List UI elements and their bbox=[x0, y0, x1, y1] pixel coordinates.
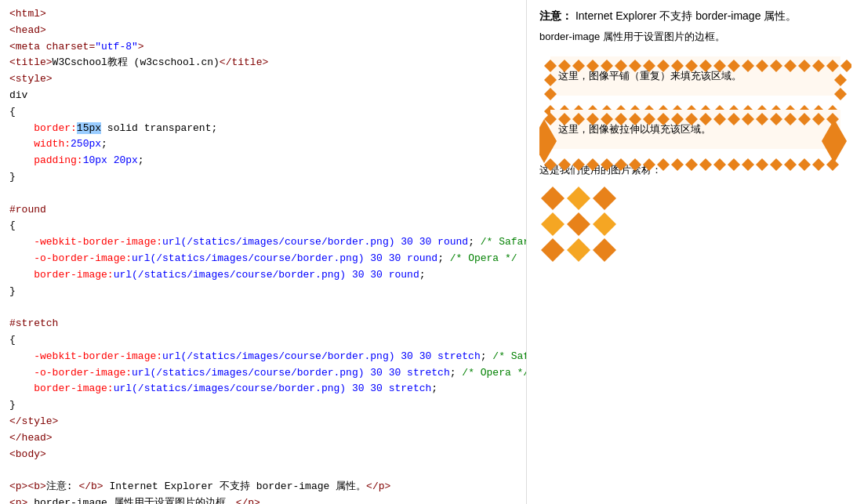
img-label: 这是我们使用的图片素材： bbox=[539, 163, 851, 177]
code-line: <p><b>注意: </b> Internet Explorer 不支持 bor… bbox=[9, 479, 517, 495]
code-line: <head> bbox=[9, 23, 517, 39]
stretch-box-text: 这里，图像被拉伸以填充该区域。 bbox=[558, 122, 711, 136]
code-line: <style> bbox=[9, 71, 517, 88]
code-line: width:250px; bbox=[9, 136, 517, 153]
code-line bbox=[9, 462, 517, 479]
border-image-preview bbox=[539, 185, 618, 263]
svg-marker-94 bbox=[541, 212, 565, 236]
note-text: Internet Explorer 不支持 border-image 属性。 bbox=[575, 9, 797, 22]
code-line: -webkit-border-image:url(/statics/images… bbox=[9, 349, 517, 365]
code-line: { bbox=[9, 218, 517, 234]
svg-marker-98 bbox=[567, 238, 590, 262]
code-line: border:15px solid transparent; bbox=[9, 121, 517, 137]
code-line bbox=[9, 299, 517, 316]
code-line: #round bbox=[9, 202, 517, 219]
svg-marker-96 bbox=[593, 212, 616, 236]
code-line: div bbox=[9, 88, 517, 104]
code-line: </style> bbox=[9, 414, 517, 430]
preview-panel: 注意： Internet Explorer 不支持 border-image 属… bbox=[527, 0, 864, 504]
code-line: <title>W3Cschool教程 (w3cschool.cn)</title… bbox=[9, 55, 517, 71]
code-line: -o-border-image:url(/statics/images/cour… bbox=[9, 251, 517, 267]
code-line: <html> bbox=[9, 6, 517, 23]
svg-marker-93 bbox=[593, 187, 616, 210]
code-line: border-image:url(/statics/images/course/… bbox=[9, 267, 517, 284]
code-line: { bbox=[9, 104, 517, 121]
code-line: border-image:url(/statics/images/course/… bbox=[9, 381, 517, 397]
code-line: </head> bbox=[9, 430, 517, 447]
code-line: #stretch bbox=[9, 316, 517, 332]
code-line: padding:10px 20px; bbox=[9, 153, 517, 169]
svg-marker-21 bbox=[840, 60, 851, 72]
code-line: <meta charset="utf-8"> bbox=[9, 39, 517, 56]
code-line: -webkit-border-image:url(/statics/images… bbox=[9, 234, 517, 251]
svg-marker-92 bbox=[567, 187, 590, 210]
svg-marker-97 bbox=[541, 238, 565, 262]
svg-marker-91 bbox=[541, 187, 565, 210]
code-line: } bbox=[9, 169, 517, 186]
note-label: 注意： bbox=[539, 9, 572, 22]
round-box-text: 这里，图像平铺（重复）来填充该区域。 bbox=[558, 69, 742, 83]
round-border-box: 这里，图像平铺（重复）来填充该区域。 bbox=[539, 56, 851, 96]
code-line: } bbox=[9, 397, 517, 414]
code-line: <body> bbox=[9, 447, 517, 463]
code-line: <p> border-image 属性用于设置图片的边框。</p> bbox=[9, 495, 517, 504]
code-line: -o-border-image:url(/statics/images/cour… bbox=[9, 365, 517, 382]
code-line: { bbox=[9, 332, 517, 349]
preview-note: 注意： Internet Explorer 不支持 border-image 属… bbox=[539, 9, 851, 24]
svg-marker-99 bbox=[593, 238, 616, 262]
preview-desc: border-image 属性用于设置图片的边框。 bbox=[539, 30, 851, 44]
svg-marker-95 bbox=[567, 212, 590, 236]
stretch-border-box: 这里，图像被拉伸以填充该区域。 bbox=[539, 110, 851, 149]
code-line bbox=[9, 186, 517, 202]
code-line: } bbox=[9, 284, 517, 300]
code-editor: <html> <head> <meta charset="utf-8"> <ti… bbox=[0, 0, 527, 504]
